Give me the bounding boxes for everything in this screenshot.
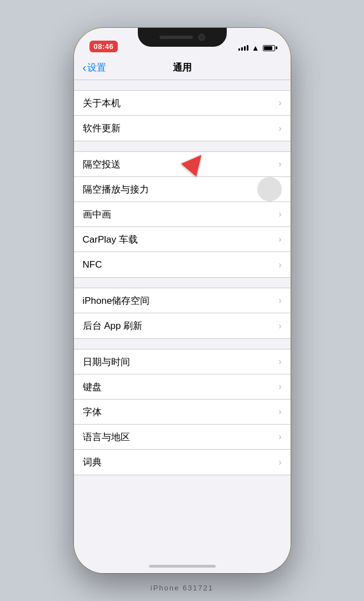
- back-chevron-icon: ‹: [83, 61, 87, 74]
- handoff-label: 隔空播放与接力: [83, 183, 273, 196]
- front-camera: [198, 34, 205, 41]
- speaker: [159, 36, 193, 39]
- settings-row-airdrop[interactable]: 隔空投送 ›: [74, 152, 291, 177]
- back-label: 设置: [87, 61, 106, 74]
- screen: 08:46 ▲ ‹ 设置 通用: [74, 28, 291, 573]
- settings-group-3: iPhone储存空间 › 后台 App 刷新 ›: [74, 288, 291, 339]
- airdrop-label: 隔空投送: [83, 158, 279, 171]
- language-label: 语言与地区: [83, 431, 279, 444]
- about-chevron-icon: ›: [278, 98, 281, 108]
- settings-row-nfc[interactable]: NFC ›: [74, 252, 291, 277]
- datetime-label: 日期与时间: [83, 356, 279, 368]
- settings-row-handoff[interactable]: 隔空播放与接力 ›: [74, 177, 291, 202]
- carplay-label: CarPlay 车载: [83, 233, 279, 246]
- dictionary-chevron-icon: ›: [278, 457, 281, 467]
- battery-fill: [264, 46, 272, 50]
- spacer-4: [74, 339, 291, 349]
- page-title: 通用: [173, 61, 192, 74]
- back-button[interactable]: ‹ 设置: [83, 61, 107, 74]
- home-indicator: [149, 565, 216, 568]
- carplay-chevron-icon: ›: [278, 234, 281, 244]
- settings-row-keyboard[interactable]: 键盘 ›: [74, 375, 291, 400]
- software-update-label: 软件更新: [83, 122, 279, 135]
- keyboard-chevron-icon: ›: [278, 382, 281, 392]
- battery-icon: [263, 45, 275, 51]
- spacer-2: [74, 141, 291, 151]
- status-time: 08:46: [89, 41, 118, 52]
- pip-chevron-icon: ›: [278, 209, 281, 219]
- device-label: iPhone 631721: [151, 584, 213, 592]
- fonts-label: 字体: [83, 406, 279, 418]
- bar2: [241, 47, 243, 51]
- datetime-chevron-icon: ›: [278, 357, 281, 367]
- signal-bars-icon: [238, 45, 248, 51]
- nfc-label: NFC: [83, 259, 279, 270]
- settings-row-language[interactable]: 语言与地区 ›: [74, 425, 291, 450]
- settings-content: 关于本机 › 软件更新 › 隔空投送 ›: [74, 80, 291, 573]
- airdrop-chevron-icon: ›: [278, 159, 281, 169]
- spacer-top: [74, 80, 291, 90]
- pip-label: 画中画: [83, 208, 279, 221]
- phone-frame: 08:46 ▲ ‹ 设置 通用: [74, 28, 291, 573]
- settings-row-datetime[interactable]: 日期与时间 ›: [74, 349, 291, 375]
- bar3: [244, 46, 246, 51]
- wifi-icon: ▲: [252, 43, 260, 52]
- about-label: 关于本机: [83, 97, 279, 110]
- settings-row-software-update[interactable]: 软件更新 ›: [74, 116, 291, 141]
- background-refresh-chevron-icon: ›: [278, 321, 281, 331]
- language-chevron-icon: ›: [278, 432, 281, 442]
- settings-row-background-refresh[interactable]: 后台 App 刷新 ›: [74, 313, 291, 338]
- dictionary-label: 词典: [83, 456, 279, 469]
- keyboard-label: 键盘: [83, 381, 279, 393]
- software-update-chevron-icon: ›: [278, 124, 281, 134]
- settings-group-1: 关于本机 › 软件更新 ›: [74, 90, 291, 141]
- spacer-3: [74, 278, 291, 288]
- status-icons: ▲: [238, 43, 275, 52]
- notch: [138, 28, 227, 47]
- settings-row-carplay[interactable]: CarPlay 车载 ›: [74, 227, 291, 252]
- storage-label: iPhone储存空间: [83, 294, 279, 307]
- settings-group-2: 隔空投送 › 隔空播放与接力 › 画中画 › CarPlay 车载 › N: [74, 151, 291, 278]
- background-refresh-label: 后台 App 刷新: [83, 319, 279, 332]
- settings-row-storage[interactable]: iPhone储存空间 ›: [74, 288, 291, 313]
- settings-row-fonts[interactable]: 字体 ›: [74, 400, 291, 425]
- fonts-chevron-icon: ›: [278, 407, 281, 417]
- settings-group-4: 日期与时间 › 键盘 › 字体 › 语言与地区 › 词典 ›: [74, 349, 291, 475]
- bar4: [247, 45, 248, 51]
- bar1: [238, 48, 240, 51]
- storage-chevron-icon: ›: [278, 295, 281, 306]
- settings-row-pip[interactable]: 画中画 ›: [74, 202, 291, 227]
- settings-row-dictionary[interactable]: 词典 ›: [74, 450, 291, 475]
- settings-row-about[interactable]: 关于本机 ›: [74, 91, 291, 116]
- nfc-chevron-icon: ›: [278, 260, 281, 270]
- siri-suggestion-icon: [257, 177, 282, 201]
- nav-header: ‹ 设置 通用: [74, 56, 291, 80]
